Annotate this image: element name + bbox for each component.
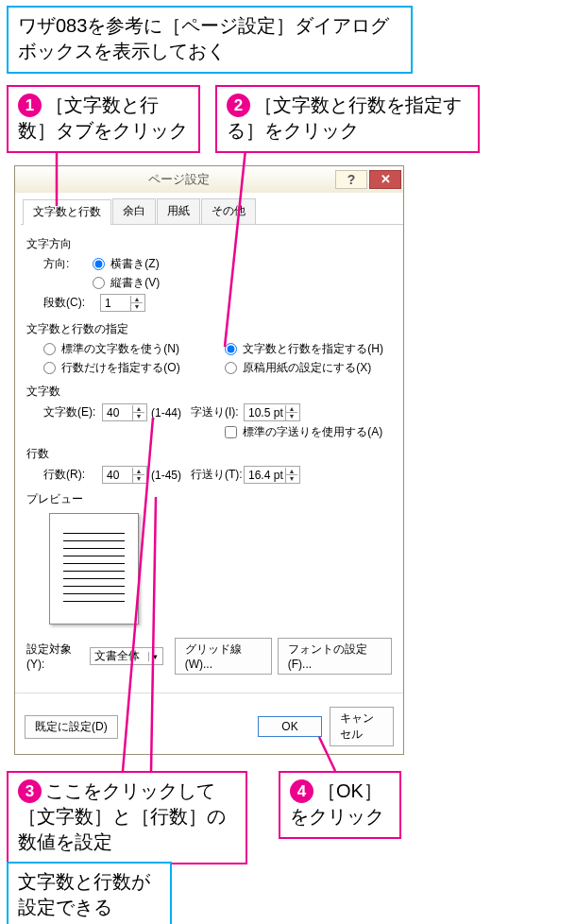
section-preview: プレビュー (26, 491, 392, 507)
callout-step-3: 3ここをクリックして［文字数］と［行数］の数値を設定 (7, 771, 247, 864)
radio-lines-only-label: 行数だけを指定する(O) (61, 361, 179, 374)
char-pitch-spinner-buttons[interactable]: ▲▼ (285, 405, 297, 420)
caret-down-icon: ▾ (148, 652, 162, 661)
lines-range: (1-45) (151, 469, 181, 482)
section-spec: 文字数と行数の指定 (26, 321, 392, 337)
callout-result: 文字数と行数が設定できる (7, 862, 172, 924)
radio-chars-and-lines-label: 文字数と行数を指定する(H) (243, 342, 383, 355)
apply-to-select[interactable]: 文書全体 ▾ (90, 647, 163, 665)
dialog-footer: 既定に設定(D) OK キャンセル (15, 699, 403, 754)
callout-1-num: 1 (18, 94, 42, 117)
radio-manuscript-grid[interactable]: 原稿用紙の設定にする(X) (225, 360, 371, 376)
chars-range: (1-44) (151, 406, 181, 419)
tabstrip: 文字数と行数 余白 用紙 その他 (21, 198, 403, 225)
callout-4-num: 4 (290, 779, 313, 803)
chars-value: 40 (105, 406, 132, 419)
callout-intro: ワザ083を参考に［ページ設定］ダイアログボックスを表示しておく (7, 6, 413, 74)
cancel-button[interactable]: キャンセル (330, 707, 394, 746)
page-setup-dialog: ページ設定 ? ✕ 文字数と行数 余白 用紙 その他 文字方向 方向: 横書き(… (14, 165, 404, 755)
callout-result-text: 文字数と行数が設定できる (18, 871, 150, 917)
callout-3-text: ここをクリックして［文字数］と［行数］の数値を設定 (18, 780, 226, 852)
line-pitch-spinner[interactable]: 16.4 pt ▲▼ (244, 466, 300, 484)
radio-default-chars[interactable]: 標準の文字数を使う(N) (43, 341, 200, 357)
callout-step-4: 4［OK］をクリック (279, 771, 401, 839)
ok-button[interactable]: OK (258, 716, 322, 737)
titlebar[interactable]: ページ設定 ? ✕ (15, 166, 403, 193)
line-pitch-label: 行送り(T): (191, 467, 244, 483)
radio-vertical-label: 縦書き(V) (110, 276, 160, 289)
radio-chars-and-lines[interactable]: 文字数と行数を指定する(H) (225, 341, 383, 357)
apply-to-label: 設定対象(Y): (26, 642, 84, 671)
dialog-title: ページ設定 (25, 171, 333, 188)
columns-spinner-buttons[interactable]: ▲▼ (130, 296, 143, 311)
columns-spinner[interactable]: 1 ▲▼ (100, 294, 145, 312)
preview-thumbnail (49, 513, 139, 625)
callout-2-num: 2 (227, 94, 250, 117)
section-chars: 文字数 (26, 384, 392, 400)
use-standard-pitch-checkbox[interactable]: 標準の字送りを使用する(A) (225, 424, 382, 440)
radio-vertical[interactable]: 縦書き(V) (93, 275, 160, 291)
lines-value: 40 (105, 469, 132, 482)
close-button[interactable]: ✕ (369, 170, 401, 189)
callout-1-text: ［文字数と行数］タブをクリック (18, 94, 188, 141)
help-button[interactable]: ? (335, 170, 367, 189)
lines-spinner[interactable]: 40 ▲▼ (102, 466, 147, 484)
radio-manuscript-grid-label: 原稿用紙の設定にする(X) (243, 361, 371, 374)
callout-intro-text: ワザ083を参考に［ページ設定］ダイアログボックスを表示しておく (18, 15, 389, 61)
line-pitch-spinner-buttons[interactable]: ▲▼ (285, 468, 297, 483)
font-settings-button[interactable]: フォントの設定(F)... (278, 638, 392, 675)
radio-default-chars-label: 標準の文字数を使う(N) (61, 342, 179, 355)
line-pitch-value: 16.4 pt (246, 469, 285, 482)
chars-label: 文字数(E): (43, 404, 102, 420)
callout-2-text: ［文字数と行数を指定する］をクリック (227, 94, 462, 141)
char-pitch-value: 10.5 pt (246, 406, 285, 419)
radio-horizontal-label: 横書き(Z) (110, 257, 159, 270)
tab-chars-lines[interactable]: 文字数と行数 (23, 199, 111, 225)
callout-step-2: 2［文字数と行数を指定する］をクリック (215, 85, 480, 153)
lines-label: 行数(R): (43, 467, 102, 483)
radio-horizontal[interactable]: 横書き(Z) (93, 256, 160, 272)
char-pitch-label: 字送り(I): (191, 404, 244, 420)
tab-other[interactable]: その他 (201, 198, 256, 224)
lines-spinner-buttons[interactable]: ▲▼ (132, 468, 144, 483)
columns-value: 1 (103, 297, 130, 310)
set-default-button[interactable]: 既定に設定(D) (25, 715, 118, 739)
section-direction: 文字方向 (26, 236, 392, 252)
direction-label: 方向: (43, 256, 93, 272)
chars-spinner-buttons[interactable]: ▲▼ (132, 405, 144, 420)
callout-step-1: 1［文字数と行数］タブをクリック (7, 85, 200, 153)
callout-3-num: 3 (18, 779, 42, 803)
use-standard-pitch-label: 標準の字送りを使用する(A) (243, 425, 382, 438)
section-lines: 行数 (26, 446, 392, 462)
tab-margins[interactable]: 余白 (112, 198, 156, 224)
tab-paper[interactable]: 用紙 (157, 198, 200, 224)
divider (15, 693, 403, 693)
apply-to-value: 文書全体 (93, 648, 140, 664)
columns-label: 段数(C): (43, 295, 100, 311)
char-pitch-spinner[interactable]: 10.5 pt ▲▼ (244, 403, 300, 421)
chars-spinner[interactable]: 40 ▲▼ (102, 403, 147, 421)
radio-lines-only[interactable]: 行数だけを指定する(O) (43, 360, 200, 376)
gridlines-button[interactable]: グリッド線(W)... (175, 638, 272, 675)
